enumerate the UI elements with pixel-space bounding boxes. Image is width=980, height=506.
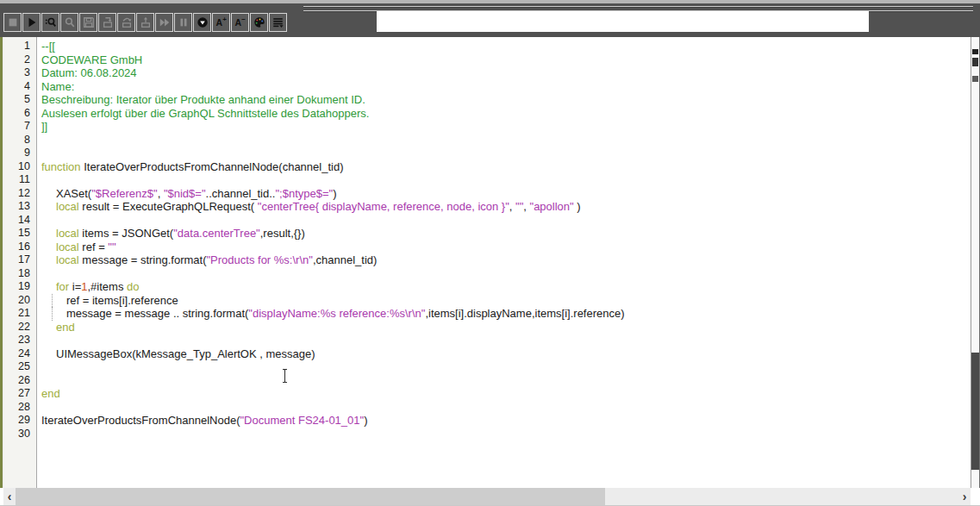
save-icon xyxy=(83,16,95,28)
line-number[interactable]: 18 xyxy=(3,267,36,281)
step-out-button[interactable] xyxy=(136,13,154,32)
run-button[interactable] xyxy=(22,13,41,32)
line-number[interactable]: 23 xyxy=(3,334,36,347)
code-line[interactable]: message = message .. string.format("disp… xyxy=(37,307,971,321)
font-decrease-button[interactable]: A− xyxy=(231,13,249,32)
line-number[interactable]: 1 xyxy=(3,40,36,53)
line-number[interactable]: 20 xyxy=(3,294,36,308)
line-number[interactable]: 30 xyxy=(3,428,36,441)
token: , xyxy=(523,200,529,213)
code-line[interactable]: Name: xyxy=(37,80,971,94)
breakpoint-button[interactable] xyxy=(193,13,211,32)
code-line[interactable] xyxy=(37,134,971,147)
code-area[interactable]: --[[CODEWARE GmbHDatum: 06.08.2024Name:B… xyxy=(37,37,971,488)
token: do xyxy=(127,280,139,293)
line-number[interactable]: 22 xyxy=(3,321,36,334)
line-number[interactable]: 12 xyxy=(3,187,36,201)
code-line[interactable]: UIMessageBox(kMessage_Typ_AlertOK , mess… xyxy=(37,347,971,361)
token: function xyxy=(41,160,81,173)
line-number[interactable]: 26 xyxy=(3,374,36,388)
script-editor-window: A+A− 12345678910111213141516171819202122… xyxy=(0,0,980,506)
line-number[interactable]: 5 xyxy=(3,93,36,107)
code-line[interactable] xyxy=(37,173,971,187)
code-line[interactable]: Auslesen erfolgt über die GraphQL Schnit… xyxy=(37,107,971,121)
code-line[interactable]: CODEWARE GmbH xyxy=(37,53,971,67)
token: "$nid$=" xyxy=(164,187,206,200)
stop-button[interactable] xyxy=(3,13,22,32)
step-into-icon xyxy=(102,16,114,28)
line-number[interactable]: 14 xyxy=(3,214,36,228)
line-number[interactable]: 16 xyxy=(3,241,36,254)
scroll-right-button[interactable]: › xyxy=(958,488,971,505)
code-line[interactable]: function IterateOverProductsFromChannelN… xyxy=(37,160,971,174)
code-line[interactable]: ]] xyxy=(37,120,971,134)
code-line[interactable]: IterateOverProductsFromChannelNode("Docu… xyxy=(37,414,971,428)
code-line[interactable] xyxy=(37,147,971,160)
toolbar-search-input[interactable] xyxy=(377,11,869,32)
gutter[interactable]: 1234567891011121314151617181920212223242… xyxy=(3,37,37,488)
code-line[interactable]: local ref = "" xyxy=(37,241,971,254)
wrap-menu-button[interactable] xyxy=(269,13,287,32)
line-number[interactable]: 8 xyxy=(3,134,36,147)
token: local xyxy=(56,241,79,253)
code-line[interactable]: local items = JSONGet("data.centerTree",… xyxy=(37,227,971,241)
code-line[interactable]: end xyxy=(37,387,971,401)
code-line[interactable]: local result = ExecuteGraphQLRequest( "c… xyxy=(37,200,971,214)
font-increase-icon: A+ xyxy=(215,16,228,28)
line-number[interactable]: 28 xyxy=(3,401,36,415)
editor: 1234567891011121314151617181920212223242… xyxy=(0,37,971,488)
line-number[interactable]: 6 xyxy=(3,107,36,121)
run-to-cursor-button[interactable] xyxy=(155,13,173,32)
colors-button[interactable] xyxy=(250,13,268,32)
code-line[interactable]: XASet("$Referenz$", "$nid$="..channel_ti… xyxy=(37,187,971,201)
line-number[interactable]: 17 xyxy=(3,253,36,267)
code-line[interactable]: end xyxy=(37,321,971,334)
line-number[interactable]: 19 xyxy=(3,280,36,294)
line-number[interactable]: 11 xyxy=(3,173,36,187)
line-number[interactable]: 21 xyxy=(3,307,36,321)
code-line[interactable] xyxy=(37,267,971,281)
code-line[interactable]: for i=1,#items do xyxy=(37,280,971,294)
code-line[interactable] xyxy=(37,214,971,228)
line-number[interactable]: 7 xyxy=(3,120,36,134)
code-line[interactable] xyxy=(37,360,971,374)
step-over-button[interactable] xyxy=(117,13,135,32)
save-button[interactable] xyxy=(79,13,97,32)
line-number[interactable]: 29 xyxy=(3,414,36,428)
line-number[interactable]: 10 xyxy=(3,160,36,174)
code-line[interactable] xyxy=(37,374,971,388)
code-line[interactable] xyxy=(37,428,971,441)
line-number[interactable]: 27 xyxy=(3,387,36,401)
token: "displayName:%s reference:%s\r\n" xyxy=(248,307,425,320)
line-number[interactable]: 3 xyxy=(3,66,36,80)
code-line[interactable]: ref = items[i].reference xyxy=(37,294,971,308)
pause-icon xyxy=(178,16,190,28)
horizontal-scrollbar[interactable]: ‹ › xyxy=(3,488,971,505)
line-number[interactable]: 4 xyxy=(3,80,36,94)
pause-button[interactable] xyxy=(174,13,192,32)
token: result = ExecuteGraphQLRequest( xyxy=(79,200,258,213)
line-number[interactable]: 13 xyxy=(3,200,36,214)
scroll-left-button[interactable]: ‹ xyxy=(3,488,16,505)
code-line[interactable] xyxy=(37,401,971,415)
code-line[interactable]: Beschreibung: Iterator über Produkte anh… xyxy=(37,93,971,107)
horizontal-scroll-thumb[interactable] xyxy=(16,488,605,505)
step-into-button[interactable] xyxy=(98,13,116,32)
line-number[interactable]: 9 xyxy=(3,147,36,160)
token: "Products for %s:\r\n" xyxy=(207,253,313,266)
line-number[interactable]: 24 xyxy=(3,347,36,361)
vertical-scrollbar[interactable] xyxy=(971,37,980,488)
token: ,items[i].displayName,items[i].reference… xyxy=(425,307,624,320)
code-line[interactable]: local message = string.format("Products … xyxy=(37,253,971,267)
line-number[interactable]: 15 xyxy=(3,227,36,241)
code-line[interactable]: --[[ xyxy=(37,40,971,53)
code-line[interactable] xyxy=(37,334,971,347)
vertical-scroll-thumb[interactable] xyxy=(971,353,979,470)
toolbar-gripper[interactable] xyxy=(303,6,973,8)
search-button[interactable] xyxy=(60,13,78,32)
line-number[interactable]: 2 xyxy=(3,53,36,67)
line-number[interactable]: 25 xyxy=(3,360,36,374)
code-line[interactable]: Datum: 06.08.2024 xyxy=(37,66,971,80)
font-increase-button[interactable]: A+ xyxy=(212,13,230,32)
find-button[interactable] xyxy=(41,13,59,32)
